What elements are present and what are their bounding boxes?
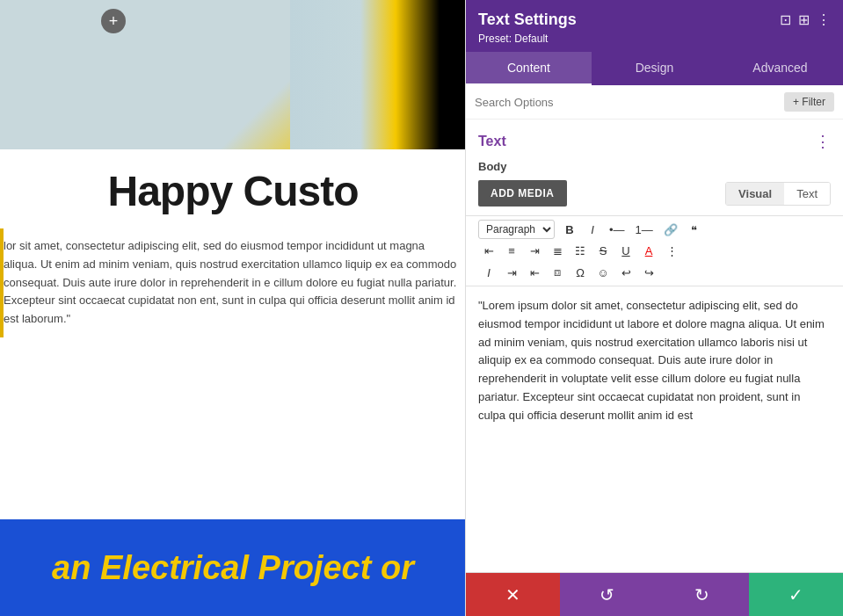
editor-toolbar: Paragraph B I •— 1— 🔗 ❝ ⇤ ≡ ⇥ ≣ ☷ S U A … xyxy=(466,215,843,286)
section-menu-icon[interactable]: ⋮ xyxy=(815,132,831,151)
bottom-blue-bar: an Electrical Project or xyxy=(0,519,466,616)
visual-mode-button[interactable]: Visual xyxy=(726,183,784,205)
redo-toolbar-button[interactable]: ↪ xyxy=(638,264,659,282)
happy-customers-section: Happy Custo xyxy=(0,149,466,224)
preset-value[interactable]: Default xyxy=(514,33,548,45)
body-label: Body xyxy=(466,156,843,180)
strikethrough-button[interactable]: S xyxy=(592,242,614,260)
tab-design[interactable]: Design xyxy=(592,52,717,85)
filter-button[interactable]: + Filter xyxy=(784,92,834,112)
quote-button[interactable]: ❝ xyxy=(684,221,705,239)
add-section-button[interactable]: + xyxy=(101,9,126,33)
toolbar-row-2: ⇤ ≡ ⇥ ≣ ☷ S U A ⋮ xyxy=(478,242,831,260)
panel-header-top: Text Settings ⊡ ⊞ ⋮ xyxy=(478,11,831,29)
panel-search: + Filter xyxy=(466,85,843,120)
indent-button[interactable]: ⇥ xyxy=(501,264,522,282)
undo-button[interactable]: ↺ xyxy=(560,573,654,616)
redo-button[interactable]: ↻ xyxy=(655,573,749,616)
color-button[interactable]: A xyxy=(638,242,659,260)
panel-header: Text Settings ⊡ ⊞ ⋮ Preset: Default xyxy=(466,0,843,52)
panel-icon-2[interactable]: ⊞ xyxy=(798,11,810,28)
ol-button[interactable]: 1— xyxy=(631,221,658,239)
panel-tabs: Content Design Advanced xyxy=(466,52,843,85)
panel-icon-1[interactable]: ⊡ xyxy=(780,11,791,28)
body-text-area: lor sit amet, consectetur adipiscing eli… xyxy=(0,228,466,337)
section-title: Text xyxy=(478,134,506,149)
underline-button[interactable]: U xyxy=(615,242,636,260)
tab-advanced[interactable]: Advanced xyxy=(717,52,843,85)
save-button[interactable]: ✓ xyxy=(749,573,843,616)
panel-preset: Preset: Default xyxy=(478,33,831,45)
outdent-button[interactable]: ⇤ xyxy=(524,264,545,282)
page-top-image: + xyxy=(0,0,466,149)
panel-menu-icon[interactable]: ⋮ xyxy=(817,11,831,28)
special-char-button[interactable]: Ω xyxy=(570,264,591,282)
body-text: lor sit amet, consectetur adipiscing eli… xyxy=(4,237,457,329)
panel-body: Text ⋮ Body ADD MEDIA Visual Text Paragr… xyxy=(466,120,843,572)
more-button[interactable]: ⋮ xyxy=(661,242,682,260)
panel-actions: ✕ ↺ ↻ ✓ xyxy=(466,572,843,616)
editor-text: "Lorem ipsum dolor sit amet, consectetur… xyxy=(478,297,831,425)
ul-button[interactable]: •— xyxy=(605,221,629,239)
panel-title: Text Settings xyxy=(478,11,577,29)
bold-button[interactable]: B xyxy=(559,221,580,239)
align-center-button[interactable]: ≡ xyxy=(501,242,522,260)
cancel-button[interactable]: ✕ xyxy=(466,573,560,616)
align-left-button[interactable]: ⇤ xyxy=(478,242,499,260)
page-area: + Happy Custo lor sit amet, consectetur … xyxy=(0,0,466,616)
text-section-header: Text ⋮ xyxy=(466,120,843,156)
add-media-button[interactable]: ADD MEDIA xyxy=(478,180,567,207)
italic-button[interactable]: I xyxy=(582,221,603,239)
panel-header-icons: ⊡ ⊞ ⋮ xyxy=(780,11,831,28)
editor-content-area[interactable]: "Lorem ipsum dolor sit amet, consectetur… xyxy=(466,286,843,462)
undo-toolbar-button[interactable]: ↩ xyxy=(615,264,636,282)
visual-text-toggle: Visual Text xyxy=(725,182,831,206)
settings-panel: Text Settings ⊡ ⊞ ⋮ Preset: Default Cont… xyxy=(465,0,843,616)
link-button[interactable]: 🔗 xyxy=(659,221,682,239)
emoji-button[interactable]: ☺ xyxy=(592,264,614,282)
toolbar-row-3: I ⇥ ⇤ ⧈ Ω ☺ ↩ ↪ xyxy=(478,263,831,282)
happy-customers-title: Happy Custo xyxy=(0,167,466,215)
expand-button[interactable]: ⧈ xyxy=(547,263,568,282)
search-input[interactable] xyxy=(475,96,777,109)
italic2-button[interactable]: I xyxy=(478,264,499,282)
bottom-blue-text: an Electrical Project or xyxy=(52,549,414,587)
tab-content[interactable]: Content xyxy=(466,52,592,85)
text-mode-button[interactable]: Text xyxy=(784,183,830,205)
align-right-button[interactable]: ⇥ xyxy=(524,242,545,260)
table-button[interactable]: ☷ xyxy=(570,242,591,260)
align-justify-button[interactable]: ≣ xyxy=(547,242,568,260)
add-media-bar: ADD MEDIA Visual Text xyxy=(466,180,843,215)
paragraph-select[interactable]: Paragraph xyxy=(478,220,555,239)
toolbar-row-1: Paragraph B I •— 1— 🔗 ❝ xyxy=(478,220,831,239)
